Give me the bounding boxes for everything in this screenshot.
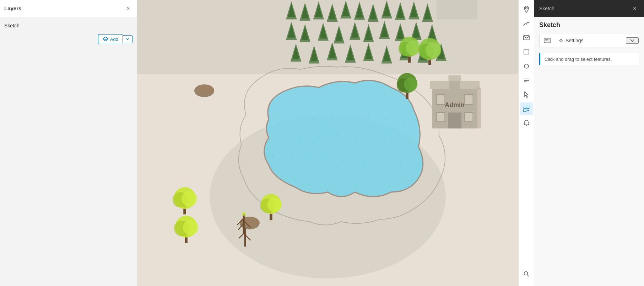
cursor-button[interactable] xyxy=(520,88,533,101)
svg-point-144 xyxy=(336,166,337,168)
svg-point-126 xyxy=(318,137,319,138)
svg-rect-193 xyxy=(437,94,445,104)
chart-icon xyxy=(523,21,530,26)
layers-title: Layers xyxy=(4,5,21,11)
settings-label: Settings xyxy=(565,38,584,43)
svg-rect-3 xyxy=(437,0,477,20)
bell-icon xyxy=(524,120,529,126)
svg-rect-201 xyxy=(524,36,529,40)
svg-point-138 xyxy=(282,162,283,163)
svg-point-172 xyxy=(182,191,197,206)
layers-body: Sketch ··· Add xyxy=(0,17,137,47)
svg-point-136 xyxy=(408,141,410,143)
svg-point-108 xyxy=(286,130,288,132)
settings-row: ⚙ Settings xyxy=(539,34,639,47)
select-features-button[interactable] xyxy=(520,102,533,115)
svg-point-133 xyxy=(381,144,383,145)
svg-point-112 xyxy=(323,126,324,127)
text-lines-button[interactable] xyxy=(520,74,533,87)
sketch-layer-menu-button[interactable]: ··· xyxy=(124,21,132,30)
svg-point-129 xyxy=(345,142,347,143)
svg-point-142 xyxy=(318,164,319,165)
sketch-panel-header-title: Sketch xyxy=(539,6,554,11)
svg-point-203 xyxy=(524,64,529,68)
search-button[interactable] xyxy=(520,268,533,280)
svg-point-119 xyxy=(386,118,388,120)
svg-point-152 xyxy=(409,171,410,173)
svg-rect-222 xyxy=(547,41,548,41)
keyboard-icon xyxy=(540,34,555,47)
svg-text:Admin: Admin xyxy=(445,101,465,108)
svg-point-181 xyxy=(242,212,246,216)
svg-point-127 xyxy=(327,144,329,145)
svg-point-125 xyxy=(309,144,310,145)
circle-button[interactable] xyxy=(520,60,533,73)
svg-point-115 xyxy=(350,114,351,116)
svg-point-132 xyxy=(372,137,374,138)
svg-rect-216 xyxy=(545,39,546,40)
svg-point-143 xyxy=(327,159,329,161)
svg-point-130 xyxy=(354,137,356,138)
map-area[interactable]: Admin xyxy=(137,0,518,286)
svg-point-135 xyxy=(400,148,401,150)
svg-point-131 xyxy=(363,144,365,145)
add-button-label: Add xyxy=(110,37,118,42)
svg-rect-194 xyxy=(465,94,473,104)
svg-point-146 xyxy=(354,166,356,168)
sketch-panel-header: Sketch × xyxy=(534,0,644,17)
add-chevron-button[interactable] xyxy=(123,35,132,43)
svg-point-141 xyxy=(309,157,310,159)
svg-point-149 xyxy=(381,161,383,163)
bell-button[interactable] xyxy=(520,117,533,129)
svg-point-109 xyxy=(295,121,297,122)
rect-button[interactable] xyxy=(520,46,533,58)
svg-rect-219 xyxy=(548,39,549,40)
mail-icon xyxy=(523,35,530,41)
svg-rect-221 xyxy=(546,41,547,41)
svg-line-214 xyxy=(527,275,529,277)
svg-rect-224 xyxy=(546,42,549,43)
search-icon xyxy=(524,271,529,277)
svg-point-160 xyxy=(406,41,420,55)
svg-point-110 xyxy=(304,128,306,129)
svg-rect-202 xyxy=(524,50,529,54)
svg-point-113 xyxy=(331,116,333,118)
svg-point-137 xyxy=(272,155,274,157)
add-row: Add xyxy=(98,34,132,44)
svg-point-185 xyxy=(267,197,282,212)
right-toolbar xyxy=(518,0,534,286)
svg-point-148 xyxy=(372,169,374,170)
mail-button[interactable] xyxy=(520,31,533,44)
svg-point-114 xyxy=(341,123,342,125)
svg-rect-220 xyxy=(545,41,546,41)
settings-expand-button[interactable] xyxy=(626,37,639,44)
hint-box: Click and drag to select features. xyxy=(539,53,639,65)
pin-button[interactable] xyxy=(520,3,533,16)
svg-marker-0 xyxy=(103,37,108,40)
svg-rect-186 xyxy=(244,228,246,247)
svg-rect-223 xyxy=(548,41,549,41)
sketch-panel-close-button[interactable]: × xyxy=(631,4,639,13)
settings-label-area: ⚙ Settings xyxy=(555,38,626,43)
svg-point-118 xyxy=(377,123,378,125)
svg-point-176 xyxy=(183,220,198,235)
svg-point-154 xyxy=(199,85,213,94)
text-lines-icon xyxy=(524,78,529,83)
svg-point-124 xyxy=(299,137,301,138)
hint-text: Click and drag to select features. xyxy=(545,57,612,62)
circle-icon xyxy=(524,63,529,69)
gear-icon: ⚙ xyxy=(559,38,563,43)
svg-point-117 xyxy=(368,116,369,118)
chart-button[interactable] xyxy=(520,17,533,30)
svg-point-213 xyxy=(524,272,527,275)
svg-rect-196 xyxy=(465,112,473,122)
layers-close-button[interactable]: × xyxy=(124,4,132,13)
svg-point-140 xyxy=(300,164,301,165)
cursor-icon xyxy=(524,91,529,98)
layers-icon xyxy=(103,36,108,42)
chevron-down-icon xyxy=(126,37,129,41)
svg-point-134 xyxy=(390,139,392,141)
sketch-layer-row: Sketch ··· xyxy=(4,20,132,31)
add-button[interactable]: Add xyxy=(98,34,123,44)
svg-point-111 xyxy=(313,118,315,120)
